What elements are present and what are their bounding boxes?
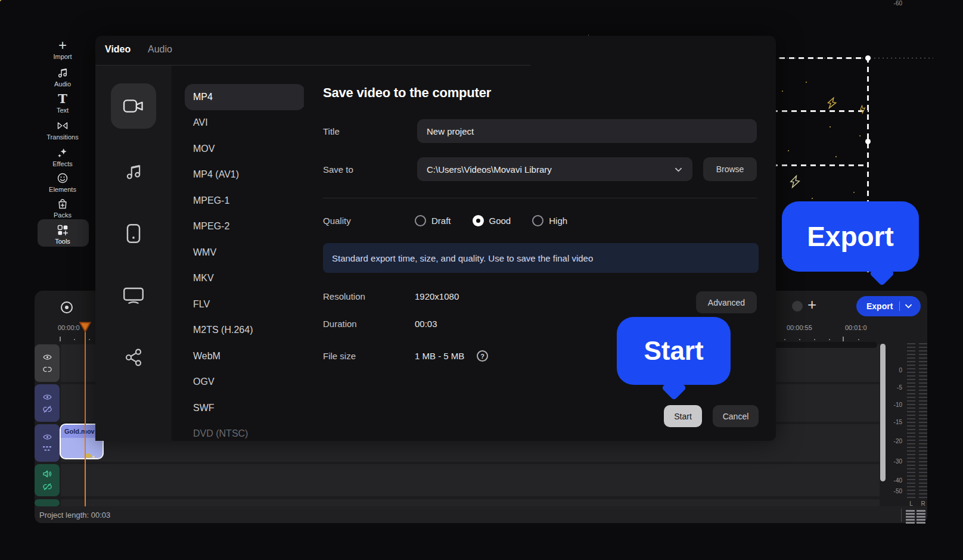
vertical-scrollbar[interactable] xyxy=(880,344,886,481)
export-button[interactable]: Export xyxy=(856,296,921,316)
meter-channel-label: L xyxy=(907,500,915,507)
ruler-tick xyxy=(784,339,785,340)
audio-meter-right-column xyxy=(919,343,927,500)
eye-icon[interactable] xyxy=(43,354,52,360)
eye-icon[interactable] xyxy=(43,394,52,400)
track-header xyxy=(35,384,60,422)
start-button[interactable]: Start xyxy=(664,405,702,427)
meter-scale-label: -20 xyxy=(894,438,902,445)
eye-icon[interactable] xyxy=(43,434,52,440)
playhead-line[interactable] xyxy=(85,331,86,506)
audio-meter-left-column xyxy=(907,343,915,500)
add-track-plus-icon[interactable]: + xyxy=(807,298,816,310)
project-length-status: Project length: 00:03 xyxy=(39,511,110,519)
export-button-label: Export xyxy=(856,301,893,311)
ruler-time-label: 00:00:55 xyxy=(787,324,812,331)
ruler-tick xyxy=(74,339,75,340)
link-icon[interactable] xyxy=(43,366,52,373)
ruler-tick xyxy=(799,339,800,340)
meter-scale-label: -60 xyxy=(894,0,902,7)
ruler-tick xyxy=(60,337,61,341)
ruler-tick xyxy=(843,337,844,341)
keyframes-icon[interactable] xyxy=(42,446,52,452)
export-dialog xyxy=(95,36,776,441)
app-window: + Import Audio T Text Transitions Effect… xyxy=(0,0,963,560)
clip-name: Gold.mov xyxy=(61,428,95,435)
meter-scale-label: -30 xyxy=(894,458,902,465)
ruler-tick xyxy=(829,339,830,340)
title-input[interactable] xyxy=(417,126,757,136)
mini-meter-right xyxy=(917,510,925,525)
mini-meter-left xyxy=(906,510,915,525)
chevron-down-icon[interactable] xyxy=(905,304,912,309)
status-bar: Project length: 00:03 xyxy=(35,506,927,523)
record-icon-dot xyxy=(65,306,69,309)
export-button-divider xyxy=(899,301,900,311)
playhead-marker[interactable] xyxy=(79,322,91,332)
track-header xyxy=(35,464,60,496)
link-off-icon[interactable] xyxy=(43,483,52,490)
meter-scale-label: -50 xyxy=(894,488,902,495)
horizontal-scrollbar-track[interactable] xyxy=(775,342,877,348)
meter-divider xyxy=(901,509,902,522)
track-header xyxy=(35,424,60,462)
meter-scale-label: -5 xyxy=(897,384,902,391)
track-lane xyxy=(61,464,880,496)
ruler-tick xyxy=(89,339,90,340)
speaker-icon[interactable] xyxy=(43,470,52,478)
ruler-time-start: 00:00:0 xyxy=(58,324,80,331)
audio-meter-scale: 0-5-10-15-20-30-40-50-60 xyxy=(889,0,902,560)
meter-scale-label: 0 xyxy=(899,367,902,374)
clip-gold-particle xyxy=(92,456,95,458)
ruler-tick xyxy=(814,339,815,340)
ruler-time-label: 00:01:0 xyxy=(845,324,867,331)
toolbar-circle-icon[interactable] xyxy=(792,301,803,312)
meter-scale-label: -10 xyxy=(894,402,902,409)
meter-scale-label: -15 xyxy=(894,419,902,426)
meter-scale-label: -40 xyxy=(894,477,902,484)
track-lane xyxy=(61,499,880,506)
ruler-tick xyxy=(858,339,859,340)
track-header xyxy=(35,499,60,506)
meter-channel-label: R xyxy=(919,500,927,507)
clip-gold-particle xyxy=(85,453,91,458)
track-header xyxy=(35,344,60,382)
advanced-button[interactable]: Advanced xyxy=(696,291,757,313)
cancel-button[interactable]: Cancel xyxy=(713,405,759,427)
link-off-icon[interactable] xyxy=(43,406,52,413)
